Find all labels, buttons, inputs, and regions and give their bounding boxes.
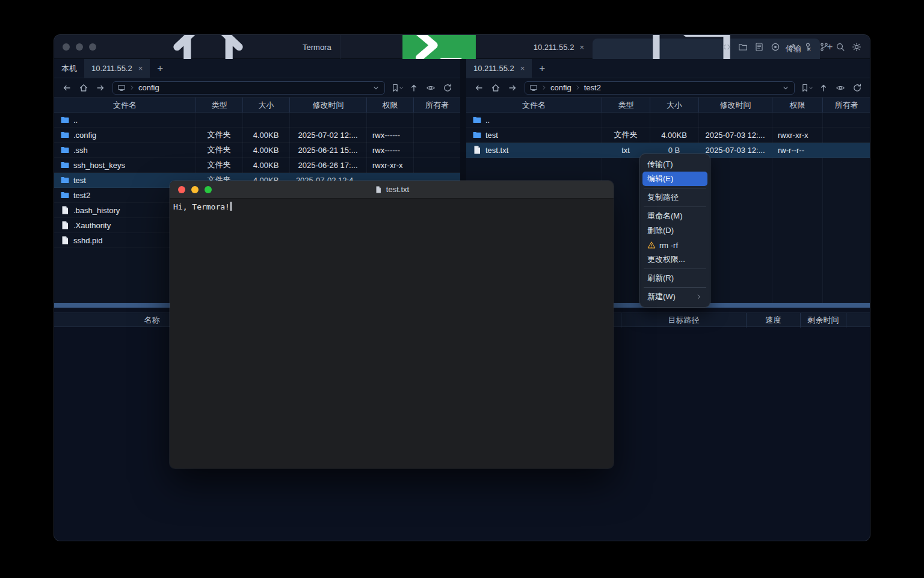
cell-perm: rwx------ (366, 146, 413, 155)
add-tab-button[interactable]: + (532, 63, 552, 75)
col-filename[interactable]: 文件名 (54, 98, 196, 113)
tab-local-machine[interactable]: 本机 (54, 59, 84, 78)
bookmarks-button[interactable] (389, 81, 405, 95)
menu-item-refresh[interactable]: 刷新(R) (642, 271, 707, 285)
menu-item-rm-rf[interactable]: rm -rf (642, 238, 707, 252)
tab-remote-host[interactable]: 10.211.55.2 × (466, 59, 532, 78)
table-header: 文件名 类型 大小 修改时间 权限 所有者 (54, 98, 460, 113)
path-breadcrumb[interactable]: config test2 (525, 81, 795, 95)
file-icon (60, 205, 70, 215)
chevron-down-icon[interactable] (781, 84, 790, 92)
file-row[interactable]: .config 文件夹 4.00KB 2025-07-02 12:... rwx… (54, 128, 460, 143)
tab-termora-home[interactable]: Termora (109, 35, 340, 59)
key-icon[interactable] (803, 42, 813, 52)
file-row[interactable]: test 文件夹 4.00KB 2025-07-03 12:... rwxr-x… (466, 128, 870, 143)
cell-size: 4.00KB (650, 131, 698, 140)
close-tab-icon[interactable]: × (138, 64, 143, 73)
file-row[interactable]: .. (54, 113, 460, 128)
col-type[interactable]: 类型 (196, 98, 242, 113)
up-directory-button[interactable] (406, 81, 422, 95)
close-tab-icon[interactable]: × (579, 43, 584, 52)
chevron-right-icon (129, 84, 135, 91)
home-button[interactable] (488, 81, 504, 95)
back-button[interactable] (471, 81, 487, 95)
titlebar-actions (722, 35, 861, 59)
col-size[interactable]: 大小 (650, 98, 698, 113)
col-mtime[interactable]: 修改时间 (698, 98, 772, 113)
folder-icon (472, 115, 482, 125)
file-row[interactable]: .ssh 文件夹 4.00KB 2025-06-21 15:... rwx---… (54, 143, 460, 158)
chevron-down-icon[interactable] (372, 84, 380, 92)
up-directory-button[interactable] (816, 81, 831, 95)
col-owner[interactable]: 所有者 (822, 98, 870, 113)
window-controls (63, 43, 96, 51)
code-icon[interactable] (722, 42, 732, 52)
folder-icon (60, 160, 70, 170)
editor-text: Hi, Termora! (173, 202, 230, 211)
folder-icon (60, 115, 70, 125)
minimize-button[interactable] (76, 43, 83, 51)
col-filename[interactable]: 文件名 (466, 98, 602, 113)
file-row[interactable]: ssh_host_keys 文件夹 4.00KB 2025-06-26 17:.… (54, 158, 460, 173)
cell-type: txt (602, 146, 650, 155)
forward-button[interactable] (505, 81, 520, 95)
folder-icon[interactable] (738, 42, 748, 52)
right-pane-toolbar: config test2 (466, 78, 870, 98)
search-icon[interactable] (836, 42, 845, 52)
bookmarks-button[interactable] (799, 81, 815, 95)
tab-label: 10.211.55.2 (91, 64, 132, 73)
editor-window-controls (178, 186, 212, 193)
menu-item-edit[interactable]: 编辑(E) (642, 172, 707, 186)
close-button[interactable] (178, 186, 185, 193)
journal-icon[interactable] (754, 42, 764, 52)
col-speed[interactable]: 速度 (746, 313, 800, 328)
file-icon (60, 220, 70, 230)
tab-remote-host[interactable]: 10.211.55.2 × (84, 59, 150, 78)
tab-ssh-session[interactable]: 10.211.55.2 × (340, 35, 593, 59)
col-remaining-time[interactable]: 剩余时间 (800, 313, 846, 328)
add-tab-button[interactable]: + (150, 63, 170, 75)
eye-icon (836, 83, 845, 93)
minimize-button[interactable] (191, 186, 199, 193)
breadcrumb-segment[interactable]: config (550, 83, 571, 92)
col-owner[interactable]: 所有者 (413, 98, 460, 113)
settings-gear-icon[interactable] (852, 42, 861, 52)
path-breadcrumb[interactable]: config (112, 81, 385, 95)
menu-item-change-permissions[interactable]: 更改权限... (642, 252, 707, 267)
right-pane-tabs: 10.211.55.2 × + (466, 59, 870, 78)
refresh-button[interactable] (440, 81, 455, 95)
col-mtime[interactable]: 修改时间 (289, 98, 366, 113)
breadcrumb-segment[interactable]: config (138, 83, 159, 92)
record-icon[interactable] (771, 42, 780, 52)
back-button[interactable] (59, 81, 75, 95)
refresh-button[interactable] (849, 81, 865, 95)
zoom-button[interactable] (89, 43, 96, 51)
file-row[interactable]: .. (466, 113, 870, 128)
eye-icon (426, 83, 436, 93)
close-button[interactable] (63, 43, 70, 51)
edit-icon[interactable] (787, 42, 796, 52)
breadcrumb-segment[interactable]: test2 (584, 83, 601, 92)
menu-item-new[interactable]: 新建(W) (642, 290, 707, 304)
close-tab-icon[interactable]: × (520, 64, 525, 73)
menu-item-transfer[interactable]: 传输(T) (642, 157, 707, 172)
show-hidden-button[interactable] (833, 81, 848, 95)
folder-icon (472, 130, 482, 140)
file-icon (60, 235, 70, 245)
menu-item-copy-path[interactable]: 复制路径 (642, 190, 707, 205)
col-perm[interactable]: 权限 (772, 98, 822, 113)
editor-content[interactable]: Hi, Termora! (170, 199, 614, 214)
forward-button[interactable] (93, 81, 108, 95)
menu-item-delete[interactable]: 删除(D) (642, 223, 707, 238)
cell-mtime: 2025-07-02 12:... (289, 131, 366, 140)
show-hidden-button[interactable] (423, 81, 439, 95)
branch-icon[interactable] (819, 42, 829, 52)
col-size[interactable]: 大小 (242, 98, 289, 113)
menu-item-rename[interactable]: 重命名(M) (642, 209, 707, 223)
col-target-path[interactable]: 目标路径 (621, 313, 746, 328)
document-icon (374, 185, 383, 194)
zoom-button[interactable] (205, 186, 212, 193)
home-button[interactable] (76, 81, 91, 95)
col-type[interactable]: 类型 (602, 98, 650, 113)
col-perm[interactable]: 权限 (366, 98, 413, 113)
